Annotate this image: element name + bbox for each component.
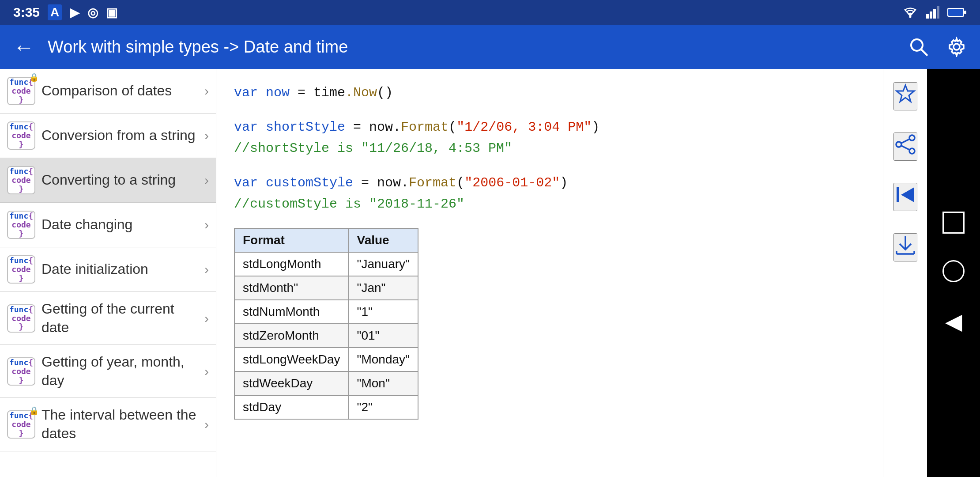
- status-icon-square: ▣: [106, 5, 117, 20]
- status-bar: 3:35 A ▶ ◎ ▣: [0, 0, 980, 25]
- svg-rect-7: [948, 9, 963, 16]
- chevron-icon-2: ›: [204, 128, 209, 143]
- back-nav-button[interactable]: ◀: [945, 309, 962, 334]
- sidebar: func{code} 🔒 Comparison of dates › func{…: [0, 69, 216, 477]
- svg-rect-2: [930, 11, 932, 19]
- status-icon-circle: ◎: [87, 5, 98, 20]
- wifi-icon: [902, 6, 918, 19]
- code-line-2: var shortStyle = now.Format("1/2/06, 3:0…: [234, 117, 865, 159]
- first-page-button[interactable]: [893, 183, 917, 211]
- func-code-icon-5: func{code}: [7, 255, 35, 284]
- table-cell: "01": [349, 324, 418, 348]
- share-icon: [894, 133, 916, 155]
- sidebar-label-getting-current: Getting of the current date: [41, 300, 198, 337]
- svg-rect-4: [937, 6, 939, 19]
- table-cell: stdNumMonth: [234, 300, 349, 324]
- status-time: 3:35: [13, 5, 40, 20]
- svg-rect-1: [926, 14, 929, 19]
- table-cell: "Jan": [349, 276, 418, 300]
- star-icon: [894, 83, 916, 105]
- table-header-value: Value: [349, 228, 418, 252]
- svg-line-16: [901, 146, 909, 150]
- status-icon-play: ▶: [70, 5, 79, 20]
- settings-button[interactable]: [946, 37, 967, 57]
- table-row: stdNumMonth"1": [234, 300, 418, 324]
- sidebar-item-interval-between-dates[interactable]: func{code} 🔒 The interval between the da…: [0, 398, 216, 451]
- chevron-icon-5: ›: [204, 262, 209, 277]
- svg-marker-11: [897, 85, 914, 102]
- sidebar-item-getting-year-month-day[interactable]: func{code} Getting of year, month, day ›: [0, 345, 216, 398]
- download-button[interactable]: [893, 233, 917, 261]
- sidebar-item-date-changing[interactable]: func{code} Date changing ›: [0, 203, 216, 247]
- func-code-icon-6: func{code}: [7, 304, 35, 333]
- sidebar-label-date-init: Date initialization: [41, 260, 198, 279]
- code-line-1: var now = time.Now(): [234, 82, 865, 103]
- gear-icon: [946, 37, 967, 57]
- sidebar-item-conversion-from-string[interactable]: func{code} Conversion from a string ›: [0, 114, 216, 158]
- table-cell: stdWeekDay: [234, 371, 349, 395]
- top-bar-title: Work with simple types -> Date and time: [48, 38, 895, 57]
- func-code-icon-3: func{code}: [7, 166, 35, 194]
- sidebar-item-converting-to-string[interactable]: func{code} Converting to a string ›: [0, 158, 216, 203]
- search-button[interactable]: [908, 37, 929, 57]
- sidebar-label-conversion: Conversion from a string: [41, 126, 198, 145]
- lock-badge-8: 🔒: [29, 407, 39, 416]
- top-bar-icons: [908, 37, 967, 57]
- sidebar-label-getting-year: Getting of year, month, day: [41, 353, 198, 390]
- sidebar-item-comparison-of-dates[interactable]: func{code} 🔒 Comparison of dates ›: [0, 69, 216, 114]
- first-icon: [894, 184, 916, 206]
- chevron-icon-7: ›: [204, 364, 209, 379]
- func-code-icon-7: func{code}: [7, 357, 35, 386]
- table-row: stdZeroMonth"01": [234, 324, 418, 348]
- signal-icon: [926, 6, 939, 19]
- black-panel: ◀: [927, 69, 980, 477]
- svg-rect-17: [897, 187, 899, 202]
- lock-badge-1: 🔒: [29, 73, 39, 82]
- method-now: Now: [353, 85, 377, 100]
- svg-point-13: [896, 142, 901, 147]
- sidebar-label-interval: The interval between the dates: [41, 406, 198, 443]
- chevron-icon-6: ›: [204, 311, 209, 326]
- table-row: stdWeekDay"Mon": [234, 371, 418, 395]
- top-bar: ← Work with simple types -> Date and tim…: [0, 25, 980, 69]
- share-button[interactable]: [893, 132, 917, 161]
- svg-point-0: [909, 16, 912, 18]
- svg-point-8: [911, 39, 923, 51]
- right-action-bar: [883, 69, 927, 477]
- svg-point-12: [909, 135, 915, 140]
- format-value-table: Format Value stdLongMonth"January" stdMo…: [234, 228, 418, 420]
- svg-rect-6: [964, 11, 966, 14]
- battery-icon: [947, 7, 967, 18]
- sidebar-item-date-initialization[interactable]: func{code} Date initialization ›: [0, 247, 216, 292]
- func-code-icon-4: func{code}: [7, 211, 35, 239]
- content-area: var now = time.Now() var shortStyle = no…: [216, 69, 883, 477]
- chevron-icon-3: ›: [204, 173, 209, 188]
- android-square: [942, 212, 965, 234]
- status-bar-left: 3:35 A ▶ ◎ ▣: [13, 4, 117, 20]
- func-code-icon-1: func{code} 🔒: [7, 77, 35, 105]
- status-bar-right: [902, 6, 967, 19]
- svg-marker-18: [901, 187, 914, 202]
- table-cell: "Mon": [349, 371, 418, 395]
- table-cell: stdDay: [234, 395, 349, 419]
- table-cell: stdMonth": [234, 276, 349, 300]
- table-cell: "January": [349, 252, 418, 276]
- star-button[interactable]: [893, 82, 917, 110]
- table-row: stdLongWeekDay"Monday": [234, 348, 418, 371]
- chevron-icon-8: ›: [204, 417, 209, 432]
- table-cell: "1": [349, 300, 418, 324]
- svg-point-10: [954, 44, 960, 50]
- table-cell: stdLongWeekDay: [234, 348, 349, 371]
- table-header-format: Format: [234, 228, 349, 252]
- search-icon: [908, 37, 929, 57]
- android-circle: [942, 260, 965, 282]
- sidebar-item-getting-current-date[interactable]: func{code} Getting of the current date ›: [0, 292, 216, 345]
- table-cell: "2": [349, 395, 418, 419]
- back-button[interactable]: ←: [13, 35, 34, 59]
- code-line-3: var customStyle = now.Format("2006-01-02…: [234, 172, 865, 215]
- sidebar-label-date-changing: Date changing: [41, 216, 198, 234]
- table-cell: "Monday": [349, 348, 418, 371]
- svg-line-15: [901, 139, 909, 143]
- method-time: time: [313, 85, 345, 100]
- table-cell: stdZeroMonth: [234, 324, 349, 348]
